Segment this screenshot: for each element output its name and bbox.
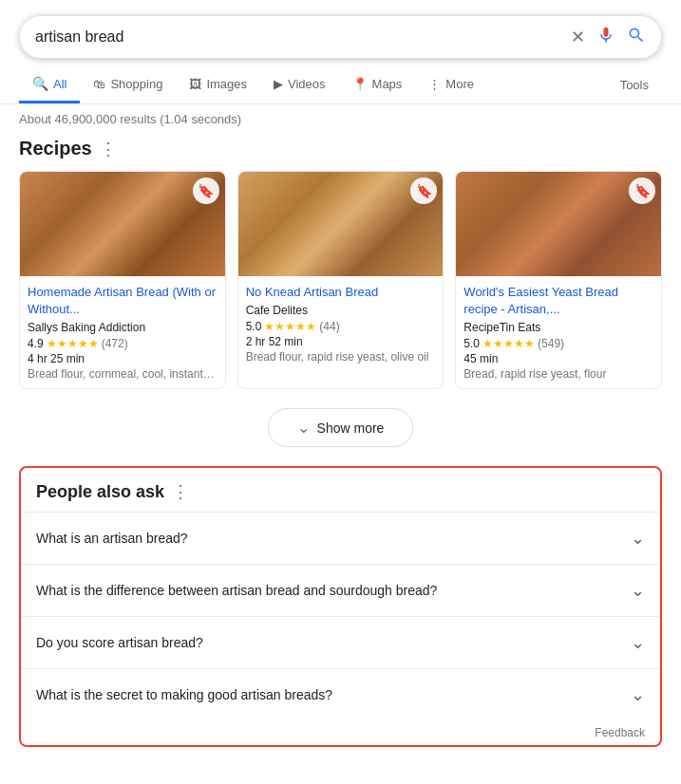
tab-shopping-label: Shopping xyxy=(110,77,162,91)
rating-score-2: 5.0 xyxy=(246,320,262,333)
recipe-card-1[interactable]: 🔖 Homemade Artisan Bread (With or Withou… xyxy=(19,171,226,389)
recipe-image-1: 🔖 xyxy=(20,172,225,276)
tab-images[interactable]: 🖼 Images xyxy=(176,67,260,103)
show-more-container: ⌄ Show more xyxy=(0,401,681,466)
rating-score-3: 5.0 xyxy=(463,337,480,350)
paa-question-4: What is the secret to making good artisa… xyxy=(36,687,332,702)
rating-count-2: (44) xyxy=(319,320,339,333)
tab-maps-label: Maps xyxy=(372,77,403,91)
paa-item-1[interactable]: What is an artisan bread? ⌄ xyxy=(21,512,660,564)
recipe-time-2: 2 hr 52 min xyxy=(246,335,436,348)
recipe-rating-3: 5.0 ★★★★★ (549) xyxy=(463,337,653,350)
bookmark-button-2[interactable]: 🔖 xyxy=(410,177,437,204)
results-count: About 46,900,000 results (1.04 seconds) xyxy=(0,104,681,134)
recipe-title-1: Homemade Artisan Bread (With or Without.… xyxy=(28,284,218,318)
paa-item-2[interactable]: What is the difference between artisan b… xyxy=(21,564,660,616)
all-icon: 🔍 xyxy=(32,76,48,91)
recipe-card-2[interactable]: 🔖 No Knead Artisan Bread Cafe Delites 5.… xyxy=(237,171,445,389)
tab-maps[interactable]: 📍 Maps xyxy=(339,67,416,103)
recipe-ingredients-3: Bread, rapid rise yeast, flour xyxy=(463,367,653,381)
paa-item-3[interactable]: Do you score artisan bread? ⌄ xyxy=(21,616,660,668)
search-icons: ✕ xyxy=(571,26,646,49)
recipes-header: Recipes ⋮ xyxy=(19,138,662,159)
paa-question-2: What is the difference between artisan b… xyxy=(36,583,437,598)
paa-item-4[interactable]: What is the secret to making good artisa… xyxy=(21,668,660,720)
recipe-title-3: World's Easiest Yeast Bread recipe - Art… xyxy=(463,284,653,318)
search-bar-container: ✕ xyxy=(0,0,681,59)
rating-score-1: 4.9 xyxy=(28,337,44,350)
recipe-time-1: 4 hr 25 min xyxy=(28,352,218,365)
recipe-cards: 🔖 Homemade Artisan Bread (With or Withou… xyxy=(19,171,662,389)
tools-button[interactable]: Tools xyxy=(607,68,662,102)
recipe-info-1: Homemade Artisan Bread (With or Without.… xyxy=(20,276,225,388)
tab-shopping[interactable]: 🛍 Shopping xyxy=(80,67,176,103)
tab-more-label: More xyxy=(445,77,474,91)
bookmark-button-3[interactable]: 🔖 xyxy=(629,177,655,204)
rating-count-3: (549) xyxy=(538,337,564,350)
stars-2: ★★★★★ xyxy=(264,320,316,333)
recipe-source-2: Cafe Delites xyxy=(246,304,436,317)
search-bar: ✕ xyxy=(19,15,662,59)
paa-menu-icon[interactable]: ⋮ xyxy=(172,481,189,502)
tab-images-label: Images xyxy=(206,77,247,91)
search-submit-icon[interactable] xyxy=(627,26,646,49)
recipes-title: Recipes xyxy=(19,138,92,159)
paa-question-1: What is an artisan bread? xyxy=(36,531,188,546)
stars-3: ★★★★★ xyxy=(482,337,535,350)
recipe-rating-1: 4.9 ★★★★★ (472) xyxy=(28,337,218,350)
maps-icon: 📍 xyxy=(352,77,368,91)
recipe-image-2: 🔖 xyxy=(238,172,444,276)
recipe-source-1: Sallys Baking Addiction xyxy=(28,321,218,334)
feedback-link[interactable]: Feedback xyxy=(595,726,645,739)
feedback-row: Feedback xyxy=(21,720,660,745)
paa-question-3: Do you score artisan bread? xyxy=(36,635,203,650)
tab-videos[interactable]: ▶ Videos xyxy=(260,67,339,103)
shopping-icon: 🛍 xyxy=(93,77,105,91)
rating-count-1: (472) xyxy=(102,337,128,350)
paa-chevron-2: ⌄ xyxy=(631,580,645,601)
videos-icon: ▶ xyxy=(274,77,283,91)
paa-chevron-3: ⌄ xyxy=(631,632,645,653)
recipe-image-3: 🔖 xyxy=(456,172,661,276)
recipes-section: Recipes ⋮ 🔖 Homemade Artisan Bread (With… xyxy=(0,134,681,401)
stars-1: ★★★★★ xyxy=(47,337,99,350)
more-icon: ⋮ xyxy=(428,77,441,91)
paa-title: People also ask xyxy=(36,482,164,502)
search-input[interactable] xyxy=(35,28,571,46)
recipe-time-3: 45 min xyxy=(463,352,653,365)
paa-chevron-4: ⌄ xyxy=(631,684,645,705)
recipe-title-2: No Knead Artisan Bread xyxy=(246,284,436,301)
recipe-info-2: No Knead Artisan Bread Cafe Delites 5.0 … xyxy=(238,276,444,371)
paa-header: People also ask ⋮ xyxy=(21,468,660,512)
tab-videos-label: Videos xyxy=(288,77,326,91)
tab-more[interactable]: ⋮ More xyxy=(415,67,487,103)
paa-chevron-1: ⌄ xyxy=(631,528,645,549)
images-icon: 🖼 xyxy=(189,77,201,91)
show-more-arrow-icon: ⌄ xyxy=(297,419,310,437)
nav-tabs: 🔍 All 🛍 Shopping 🖼 Images ▶ Videos 📍 Map… xyxy=(0,59,681,104)
show-more-button[interactable]: ⌄ Show more xyxy=(268,408,414,447)
tab-all-label: All xyxy=(53,77,66,91)
clear-icon[interactable]: ✕ xyxy=(571,27,585,47)
recipe-ingredients-1: Bread flour, cornmeal, cool, instant yea… xyxy=(28,367,218,381)
recipe-card-3[interactable]: 🔖 World's Easiest Yeast Bread recipe - A… xyxy=(455,171,662,389)
tab-all[interactable]: 🔍 All xyxy=(19,66,80,103)
recipe-info-3: World's Easiest Yeast Bread recipe - Art… xyxy=(456,276,661,388)
bookmark-button-1[interactable]: 🔖 xyxy=(193,177,219,204)
recipe-source-3: RecipeTin Eats xyxy=(463,321,653,334)
recipe-ingredients-2: Bread flour, rapid rise yeast, olive oil xyxy=(246,350,436,364)
recipes-menu-icon[interactable]: ⋮ xyxy=(100,139,117,159)
people-also-ask-section: People also ask ⋮ What is an artisan bre… xyxy=(19,466,662,747)
mic-icon[interactable] xyxy=(596,26,615,49)
show-more-label: Show more xyxy=(317,420,385,436)
recipe-rating-2: 5.0 ★★★★★ (44) xyxy=(246,320,436,333)
